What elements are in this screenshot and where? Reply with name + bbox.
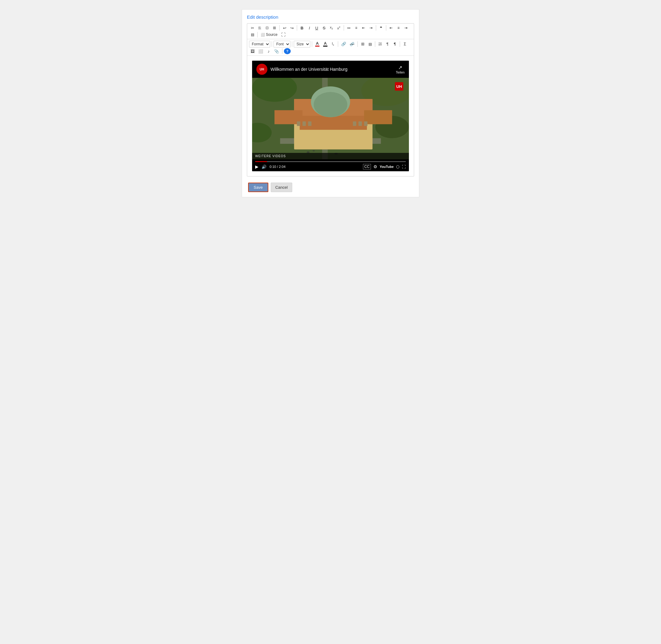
channel-logo: UH bbox=[256, 64, 267, 75]
svg-rect-15 bbox=[303, 121, 306, 126]
page-container: Edit description ✂ ⎘ ⊡ ⊞ ↩ ↪ B I U S x2 … bbox=[242, 9, 419, 197]
iframe-button[interactable]: ⬜ bbox=[257, 48, 265, 54]
separator9 bbox=[312, 41, 312, 47]
underline-button[interactable]: U bbox=[313, 25, 320, 31]
subscript-button[interactable]: x2 bbox=[328, 25, 335, 31]
superscript-button[interactable]: x2 bbox=[335, 25, 342, 31]
svg-text:UH: UH bbox=[396, 84, 402, 89]
video-frame: UH bbox=[252, 78, 409, 159]
show-blocks-button[interactable]: ¶ bbox=[384, 41, 391, 47]
cast-button[interactable]: ⬡ bbox=[396, 164, 399, 169]
save-button[interactable]: Save bbox=[248, 183, 268, 192]
separator6 bbox=[257, 32, 258, 38]
blockquote-button[interactable]: ❝ bbox=[378, 25, 384, 31]
image-button[interactable]: 🖼 bbox=[249, 48, 256, 54]
font-color-button[interactable]: A bbox=[314, 41, 321, 47]
source-label: Source bbox=[266, 32, 278, 37]
editor-content[interactable]: UH Willkommen an der Universität Hamburg… bbox=[247, 56, 414, 176]
font-color-indicator: A bbox=[315, 41, 320, 47]
format-select[interactable]: Format bbox=[249, 41, 270, 47]
play-button[interactable]: ▶ bbox=[255, 164, 259, 169]
svg-point-21 bbox=[312, 151, 314, 152]
bg-color-indicator: A bbox=[323, 41, 327, 47]
source-icon: ⬜ bbox=[261, 33, 265, 37]
font-select[interactable]: Font bbox=[274, 41, 290, 47]
undo-button[interactable]: ↩ bbox=[281, 25, 288, 31]
video-thumbnail: UH WEITERE VIDEOS bbox=[252, 78, 409, 159]
video-embed: UH Willkommen an der Universität Hamburg… bbox=[252, 61, 409, 171]
bold-button[interactable]: B bbox=[299, 25, 305, 31]
youtube-logo: YouTube bbox=[380, 165, 394, 168]
separator3 bbox=[344, 25, 344, 31]
share-icon: ↗ bbox=[398, 65, 402, 70]
page-title: Edit description bbox=[247, 15, 414, 20]
clear-format-button[interactable]: Ix bbox=[330, 41, 336, 47]
controls-right: CC ⚙ YouTube ⬡ ⛶ bbox=[363, 164, 406, 169]
video-title: Willkommen an der Universität Hamburg bbox=[270, 67, 347, 72]
time-display: 0:10 / 2:04 bbox=[269, 165, 285, 168]
paste-button[interactable]: ⊡ bbox=[264, 25, 270, 31]
captions-button[interactable]: CC bbox=[363, 164, 371, 169]
fullscreen-button[interactable]: ⛶ bbox=[280, 31, 287, 38]
strikethrough-button[interactable]: S bbox=[321, 25, 327, 31]
justify-button[interactable]: ▤ bbox=[249, 32, 256, 38]
controls-left: ▶ 🔊 0:10 / 2:04 bbox=[255, 164, 285, 169]
separator5 bbox=[386, 25, 386, 31]
separator12 bbox=[375, 41, 375, 47]
special-char-button[interactable]: Σ bbox=[402, 41, 408, 47]
bg-color-bar bbox=[323, 46, 327, 47]
progress-bar[interactable] bbox=[255, 161, 406, 162]
cut-button[interactable]: ✂ bbox=[249, 25, 256, 31]
size-select[interactable]: Size bbox=[294, 41, 310, 47]
toolbar-row2: Format Font Size A A bbox=[247, 39, 414, 56]
separator1 bbox=[279, 25, 280, 31]
redo-button[interactable]: ↪ bbox=[288, 25, 295, 31]
toolbar-row1: ✂ ⎘ ⊡ ⊞ ↩ ↪ B I U S x2 x2 ≔ ≡ ⇤ ⇥ ❝ ⇤ ≡ … bbox=[247, 24, 414, 39]
unordered-list-button[interactable]: ≡ bbox=[353, 25, 360, 31]
progress-bar-fill bbox=[255, 161, 267, 162]
help-button[interactable]: ? bbox=[284, 48, 291, 54]
separator11 bbox=[357, 41, 358, 47]
svg-rect-17 bbox=[353, 121, 356, 126]
align-right-button[interactable]: ⇥ bbox=[402, 25, 409, 31]
share-label: Teilen bbox=[396, 70, 405, 74]
share-button[interactable]: ↗ Teilen bbox=[396, 65, 405, 74]
svg-rect-19 bbox=[364, 121, 368, 126]
volume-button[interactable]: 🔊 bbox=[262, 164, 266, 169]
font-color-bar bbox=[315, 46, 320, 47]
audio-button[interactable]: ♪ bbox=[265, 48, 272, 54]
footer-buttons: Save Cancel bbox=[247, 183, 414, 192]
align-left-button[interactable]: ⇤ bbox=[388, 25, 395, 31]
separator8 bbox=[292, 41, 292, 47]
table-button[interactable]: ⊞ bbox=[359, 41, 366, 47]
editor: ✂ ⎘ ⊡ ⊞ ↩ ↪ B I U S x2 x2 ≔ ≡ ⇤ ⇥ ❝ ⇤ ≡ … bbox=[247, 23, 414, 177]
svg-rect-18 bbox=[358, 121, 362, 126]
source-button[interactable]: ⬜ Source bbox=[259, 31, 279, 38]
svg-point-11 bbox=[314, 92, 347, 117]
separator14 bbox=[282, 48, 282, 54]
align-center-button[interactable]: ≡ bbox=[395, 25, 402, 31]
fullscreen-video-button[interactable]: ⛶ bbox=[402, 164, 406, 169]
separator10 bbox=[338, 41, 338, 47]
table-props-button[interactable]: ▤ bbox=[367, 41, 373, 47]
outdent-button[interactable]: ⇤ bbox=[360, 25, 367, 31]
settings-button[interactable]: ⚙ bbox=[373, 164, 377, 169]
video-controls: ▶ 🔊 0:10 / 2:04 CC ⚙ YouTube bbox=[252, 159, 409, 171]
svg-rect-16 bbox=[308, 121, 311, 126]
svg-rect-13 bbox=[364, 110, 392, 124]
ordered-list-button[interactable]: ≔ bbox=[346, 25, 352, 31]
attach-button[interactable]: 📎 bbox=[273, 48, 281, 54]
video-header: UH Willkommen an der Universität Hamburg… bbox=[252, 61, 409, 78]
paste-text-button[interactable]: ⊞ bbox=[271, 25, 278, 31]
bidi-rtl-button[interactable]: ¶̈ bbox=[392, 41, 398, 47]
indent-button[interactable]: ⇥ bbox=[368, 25, 374, 31]
copy-button[interactable]: ⎘ bbox=[256, 25, 263, 31]
bg-color-button[interactable]: A bbox=[322, 41, 329, 47]
separator2 bbox=[297, 25, 297, 31]
language-button[interactable]: 話 bbox=[377, 41, 383, 47]
svg-rect-14 bbox=[297, 121, 300, 126]
link-button[interactable]: 🔗 bbox=[340, 41, 348, 47]
italic-button[interactable]: I bbox=[306, 25, 313, 31]
unlink-button[interactable]: 🔗 bbox=[348, 41, 356, 47]
cancel-button[interactable]: Cancel bbox=[271, 183, 292, 192]
